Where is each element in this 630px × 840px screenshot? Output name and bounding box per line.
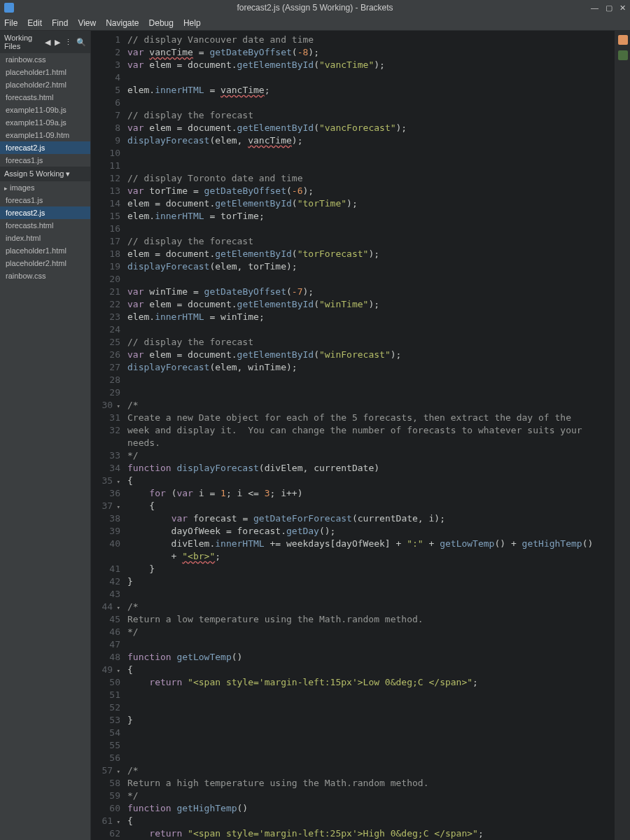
code-line[interactable]: elem.innerHTML = vancTime; — [127, 84, 630, 97]
working-file-item[interactable]: forecasts.html — [0, 91, 90, 104]
code-line[interactable]: } — [127, 714, 630, 727]
project-file-item[interactable]: forecasts.html — [0, 219, 90, 232]
code-line[interactable] — [127, 588, 630, 601]
code-line[interactable]: { — [127, 475, 630, 487]
code-line[interactable]: var elem = document.getElementById("vanc… — [127, 59, 630, 71]
menu-edit[interactable]: Edit — [27, 18, 42, 28]
code-line[interactable]: displayForecast(elem, vancTime); — [127, 134, 630, 147]
working-file-item[interactable]: rainbow.css — [0, 53, 90, 66]
code-line[interactable] — [127, 323, 630, 336]
menu-file[interactable]: File — [4, 18, 18, 28]
code-line[interactable]: function getLowTemp() — [127, 651, 630, 664]
code-line[interactable] — [127, 386, 630, 399]
code-line[interactable]: // display the forecast — [127, 235, 630, 248]
code-line[interactable]: + "<br>"; — [127, 550, 630, 563]
code-line[interactable] — [127, 71, 630, 84]
code-line[interactable]: elem.innerHTML = winTime; — [127, 311, 630, 323]
code-line[interactable]: elem = document.getElementById("torTime"… — [127, 197, 630, 210]
extensions-icon[interactable] — [618, 50, 628, 60]
working-file-item[interactable]: example11-09.htm — [0, 129, 90, 141]
window-maximize-button[interactable]: ▢ — [606, 4, 612, 13]
menu-navigate[interactable]: Navigate — [106, 18, 139, 28]
working-file-item[interactable]: forecas1.js — [0, 154, 90, 167]
menu-view[interactable]: View — [78, 18, 96, 28]
project-file-item[interactable]: forecast2.js — [0, 206, 90, 219]
code-line[interactable]: // display the forecast — [127, 109, 630, 122]
code-line[interactable] — [127, 638, 630, 651]
code-line[interactable]: // display Vancouver date and time — [127, 34, 630, 46]
code-line[interactable]: */ — [127, 449, 630, 462]
working-file-item[interactable]: placeholder1.html — [0, 66, 90, 78]
project-file-item[interactable]: placeholder1.html — [0, 244, 90, 257]
code-line[interactable] — [127, 374, 630, 386]
code-line[interactable] — [127, 689, 630, 701]
code-line[interactable] — [127, 701, 630, 714]
code-line[interactable]: } — [127, 575, 630, 588]
code-line[interactable]: */ — [127, 790, 630, 802]
nav-left-icon[interactable]: ◀ — [45, 38, 50, 47]
working-file-item[interactable]: example11-09b.js — [0, 104, 90, 116]
code-line[interactable] — [127, 160, 630, 172]
code-line[interactable]: var torTime = getDateByOffset(-6); — [127, 185, 630, 197]
code-line[interactable] — [127, 273, 630, 286]
code-line[interactable]: { — [127, 664, 630, 676]
code-line[interactable]: var elem = document.getElementById("vanc… — [127, 122, 630, 134]
live-preview-icon[interactable] — [618, 35, 628, 45]
folder-item[interactable]: images — [0, 181, 90, 194]
code-line[interactable]: /* — [127, 764, 630, 777]
code-line[interactable] — [127, 739, 630, 752]
code-line[interactable]: displayForecast(elem, winTime); — [127, 361, 630, 374]
project-file-item[interactable]: rainbow.css — [0, 270, 90, 282]
code-line[interactable]: function displayForecast(divElem, curren… — [127, 462, 630, 475]
code-line[interactable]: var forecast = getDateForForecast(curren… — [127, 512, 630, 525]
working-file-item[interactable]: example11-09a.js — [0, 116, 90, 129]
project-file-item[interactable]: index.html — [0, 232, 90, 244]
search-icon[interactable]: 🔍 — [76, 38, 86, 47]
window-minimize-button[interactable]: — — [591, 4, 598, 13]
menu-debug[interactable]: Debug — [149, 18, 174, 28]
code-line[interactable]: var winTime = getDateByOffset(-7); — [127, 286, 630, 298]
code-line[interactable]: return "<span style='margin-left:15px'>L… — [127, 676, 630, 689]
code-line[interactable]: /* — [127, 399, 630, 412]
code-line[interactable]: divElem.innerHTML += weekdays[dayOfWeek]… — [127, 538, 630, 550]
code-line[interactable]: week and display it. You can change the … — [127, 424, 630, 437]
code-line[interactable]: { — [127, 815, 630, 827]
code-line[interactable] — [127, 97, 630, 109]
code-line[interactable]: elem = document.getElementById("torForec… — [127, 248, 630, 260]
code-line[interactable]: // display Toronto date and time — [127, 172, 630, 185]
project-header[interactable]: Assign 5 Working ▾ — [0, 167, 90, 181]
code-line[interactable]: /* — [127, 601, 630, 613]
code-line[interactable]: elem.innerHTML = torTime; — [127, 210, 630, 223]
code-line[interactable]: var elem = document.getElementById("winF… — [127, 349, 630, 361]
code-line[interactable]: displayForecast(elem, torTime); — [127, 260, 630, 273]
code-line[interactable]: Return a low temperature using the Math.… — [127, 613, 630, 626]
code-line[interactable] — [127, 223, 630, 235]
window-close-button[interactable]: ✕ — [620, 4, 626, 13]
project-file-item[interactable]: forecas1.js — [0, 194, 90, 206]
split-view-icon[interactable]: ⋮ — [64, 38, 72, 47]
code-line[interactable]: Create a new Date object for each of the… — [127, 412, 630, 424]
code-line[interactable]: for (var i = 1; i <= 3; i++) — [127, 487, 630, 500]
working-files-header[interactable]: Working Files ◀ ▶ ⋮ 🔍 — [0, 31, 90, 53]
code-line[interactable]: function getHighTemp() — [127, 802, 630, 815]
code-line[interactable]: needs. — [127, 437, 630, 449]
code-line[interactable]: // display the forecast — [127, 336, 630, 349]
menu-find[interactable]: Find — [52, 18, 68, 28]
code-line[interactable]: var elem = document.getElementById("winT… — [127, 298, 630, 311]
code-area[interactable]: // display Vancouver date and timevar va… — [127, 31, 630, 840]
code-line[interactable]: */ — [127, 626, 630, 638]
code-line[interactable]: dayOfWeek = forecast.getDay(); — [127, 525, 630, 538]
code-line[interactable]: return "<span style='margin-left:25px'>H… — [127, 827, 630, 840]
working-file-item[interactable]: forecast2.js — [0, 141, 90, 154]
code-line[interactable]: Return a high temperature using the Math… — [127, 777, 630, 790]
code-line[interactable]: var vancTime = getDateByOffset(-8); — [127, 46, 630, 59]
code-editor[interactable]: 1234567891011121314151617181920212223242… — [91, 31, 630, 840]
code-line[interactable]: } — [127, 563, 630, 575]
working-file-item[interactable]: placeholder2.html — [0, 78, 90, 91]
nav-right-icon[interactable]: ▶ — [55, 38, 60, 47]
menu-help[interactable]: Help — [183, 18, 201, 28]
code-line[interactable]: { — [127, 500, 630, 512]
project-file-item[interactable]: placeholder2.html — [0, 257, 90, 270]
code-line[interactable] — [127, 752, 630, 764]
code-line[interactable] — [127, 727, 630, 739]
